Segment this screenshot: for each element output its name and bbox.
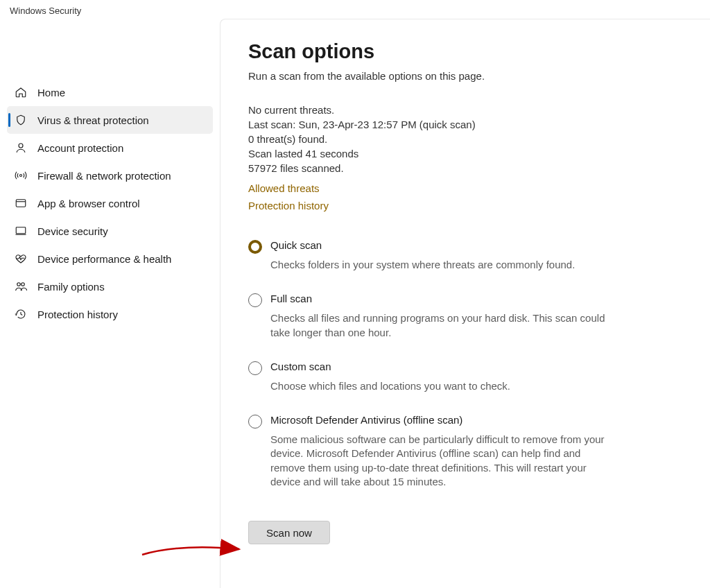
sidebar-item-label: Device security <box>37 225 108 237</box>
sidebar-item-app-browser[interactable]: App & browser control <box>7 189 213 217</box>
scan-now-button[interactable]: Scan now <box>248 521 330 544</box>
option-title: Custom scan <box>270 361 609 372</box>
sidebar-item-virus-threat[interactable]: Virus & threat protection <box>7 106 213 134</box>
protection-history-link[interactable]: Protection history <box>248 200 682 211</box>
sidebar-item-account[interactable]: Account protection <box>7 134 213 162</box>
sidebar-item-label: Account protection <box>37 142 123 154</box>
svg-rect-3 <box>16 227 26 234</box>
page-subtitle: Run a scan from the available options on… <box>248 70 682 82</box>
option-desc: Some malicious software can be particula… <box>270 433 609 489</box>
family-icon <box>14 279 28 293</box>
allowed-threats-link[interactable]: Allowed threats <box>248 182 682 194</box>
option-title: Microsoft Defender Antivirus (offline sc… <box>270 414 609 426</box>
option-desc: Choose which files and locations you wan… <box>270 379 609 393</box>
option-quick-scan[interactable]: Quick scan Checks folders in your system… <box>248 239 609 272</box>
sidebar: Home Virus & threat protection Account p… <box>0 19 220 588</box>
status-block: No current threats. Last scan: Sun, 23-A… <box>248 103 682 175</box>
sidebar-item-label: Home <box>37 87 65 98</box>
sidebar-item-protection-history[interactable]: Protection history <box>7 300 213 328</box>
sidebar-item-label: Protection history <box>37 309 118 320</box>
sidebar-item-device-perf[interactable]: Device performance & health <box>7 245 213 273</box>
radio-offline-scan[interactable] <box>248 415 262 429</box>
sidebar-nav: Home Virus & threat protection Account p… <box>4 78 216 328</box>
window: Windows Security Home <box>0 0 710 588</box>
status-files: 57972 files scanned. <box>248 161 682 175</box>
svg-point-0 <box>19 144 23 148</box>
status-last-scan: Last scan: Sun, 23-Apr-23 12:57 PM (quic… <box>248 117 682 132</box>
sidebar-item-label: Family options <box>37 281 105 293</box>
device-icon <box>14 224 28 238</box>
shield-icon <box>14 113 28 127</box>
person-icon <box>14 141 28 155</box>
radio-quick-scan[interactable] <box>248 240 262 254</box>
sidebar-item-device-security[interactable]: Device security <box>7 217 213 245</box>
scan-options-group: Quick scan Checks folders in your system… <box>248 239 682 489</box>
option-desc: Checks all files and running programs on… <box>270 311 609 340</box>
svg-point-1 <box>20 175 22 177</box>
svg-point-5 <box>21 283 25 286</box>
svg-rect-2 <box>16 200 26 207</box>
nav-menu-button[interactable] <box>7 51 35 76</box>
option-desc: Checks folders in your system where thre… <box>270 258 609 272</box>
sidebar-item-family[interactable]: Family options <box>7 273 213 300</box>
page-title: Scan options <box>248 40 682 63</box>
sidebar-item-home[interactable]: Home <box>7 78 213 106</box>
home-icon <box>14 85 28 99</box>
radio-custom-scan[interactable] <box>248 361 262 375</box>
history-icon <box>14 307 28 321</box>
option-title: Quick scan <box>270 239 609 251</box>
svg-point-4 <box>17 283 21 286</box>
option-offline-scan[interactable]: Microsoft Defender Antivirus (offline sc… <box>248 414 609 489</box>
antenna-icon <box>14 168 28 182</box>
radio-full-scan[interactable] <box>248 293 262 307</box>
main-panel: Scan options Run a scan from the availab… <box>220 19 710 588</box>
sidebar-item-label: App & browser control <box>37 198 140 209</box>
status-found: 0 threat(s) found. <box>248 132 682 146</box>
sidebar-item-firewall[interactable]: Firewall & network protection <box>7 162 213 189</box>
sidebar-item-label: Virus & threat protection <box>37 114 149 126</box>
status-threats: No current threats. <box>248 103 682 117</box>
back-button[interactable] <box>7 23 35 48</box>
sidebar-item-label: Firewall & network protection <box>37 170 171 182</box>
heart-icon <box>14 252 28 266</box>
browser-icon <box>14 196 28 210</box>
option-title: Full scan <box>270 293 609 304</box>
sidebar-item-label: Device performance & health <box>37 253 171 265</box>
status-duration: Scan lasted 41 seconds <box>248 146 682 161</box>
option-custom-scan[interactable]: Custom scan Choose which files and locat… <box>248 361 609 393</box>
option-full-scan[interactable]: Full scan Checks all files and running p… <box>248 293 609 340</box>
window-title: Windows Security <box>0 0 710 19</box>
